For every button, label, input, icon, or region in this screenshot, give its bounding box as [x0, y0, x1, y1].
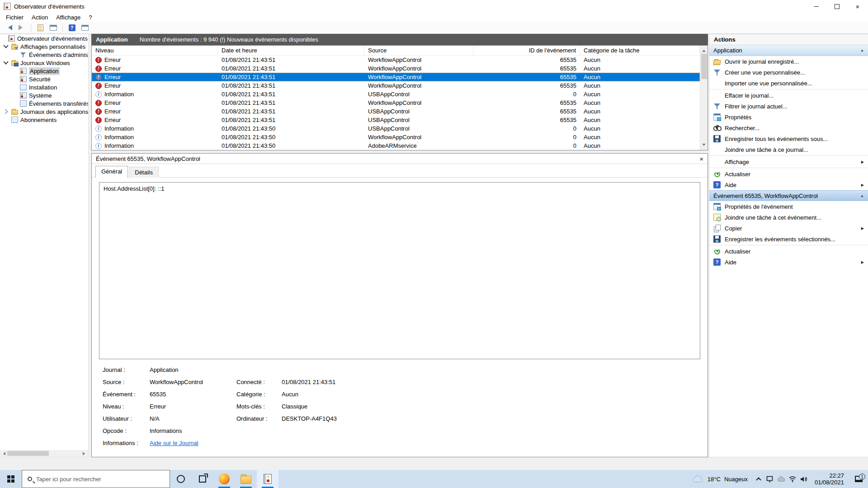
column-date[interactable]: Date et heure: [218, 46, 364, 56]
open-folder-icon: [713, 60, 721, 65]
search-input[interactable]: Taper ici pour rechercher: [22, 470, 170, 488]
column-categorie[interactable]: Catégorie de la tâche: [580, 46, 700, 56]
task-view-button[interactable]: [192, 470, 213, 488]
event-message-box[interactable]: Host.AddressList[0]: ::1: [99, 182, 700, 359]
event-row[interactable]: Information 01/08/2021 21:43:51 USBAppCo…: [92, 90, 700, 99]
scroll-down-icon[interactable]: [702, 144, 706, 148]
tree-item-evenements-transferes[interactable]: Événements transférés: [0, 99, 88, 108]
cast-button[interactable]: [766, 475, 774, 483]
event-row[interactable]: Information 01/08/2021 21:43:50 AdobeARM…: [92, 141, 700, 150]
collapse-chevron-icon[interactable]: [3, 44, 9, 49]
scroll-left-icon[interactable]: [1, 452, 5, 455]
minimize-button[interactable]: [806, 0, 826, 13]
tab-general[interactable]: Général: [95, 166, 128, 178]
event-row[interactable]: Erreur 01/08/2021 21:43:51 WorkflowAppCo…: [92, 99, 700, 107]
tab-details[interactable]: Détails: [129, 167, 159, 178]
cortana-icon: [177, 475, 185, 483]
scrollbar-thumb[interactable]: [7, 451, 49, 456]
forward-button[interactable]: [17, 23, 27, 32]
action-aide-evenement[interactable]: Aide ▶: [709, 257, 868, 267]
actions-section-event[interactable]: Événement 65535, WorkflowAppControl ▲: [709, 190, 868, 201]
action-actualiser[interactable]: Actualiser: [709, 169, 868, 179]
action-proprietes[interactable]: Propriétés: [709, 112, 868, 122]
action-ouvrir-journal[interactable]: Ouvrir le journal enregistré...: [709, 56, 868, 67]
event-row[interactable]: Erreur 01/08/2021 21:43:51 WorkflowAppCo…: [92, 56, 700, 64]
onedrive-button[interactable]: [777, 475, 785, 483]
action-enregistrer-selectionnes[interactable]: Enregistrer les événements sélectionnés.…: [709, 234, 868, 244]
column-niveau[interactable]: Niveau: [92, 46, 218, 56]
tree-item-abonnements[interactable]: Abonnements: [0, 116, 88, 124]
taskbar-event-viewer[interactable]: [257, 470, 278, 488]
event-row[interactable]: Information 01/08/2021 21:43:50 USBAppCo…: [92, 124, 700, 133]
taskbar-firefox[interactable]: [213, 470, 235, 488]
tree-horizontal-scrollbar[interactable]: [0, 450, 88, 457]
start-button[interactable]: [0, 470, 22, 488]
action-importer-vue[interactable]: Importer une vue personnalisée...: [709, 78, 868, 89]
event-row[interactable]: Erreur 01/08/2021 21:43:51 USBAppControl…: [92, 116, 700, 124]
action-copier[interactable]: Copier ▶: [709, 223, 868, 234]
action-joindre-tache-evenement[interactable]: Joindre une tâche à cet événement...: [709, 212, 868, 223]
column-id[interactable]: ID de l'événement: [473, 46, 580, 56]
collapse-arrow-icon[interactable]: ▲: [860, 194, 864, 198]
taskbar-explorer[interactable]: [235, 470, 257, 488]
action-proprietes-evenement[interactable]: Propriétés de l'événement: [709, 201, 868, 212]
action-effacer-journal[interactable]: Effacer le journal...: [709, 90, 868, 101]
collapse-chevron-icon[interactable]: [3, 61, 9, 65]
event-row[interactable]: Information 01/08/2021 21:43:50 Workflow…: [92, 133, 700, 141]
scroll-up-icon[interactable]: [702, 48, 706, 52]
export-button[interactable]: [35, 23, 45, 32]
tree-item-root[interactable]: Observateur d'événements (Loc: [0, 34, 88, 42]
tree-item-installation[interactable]: Installation: [0, 83, 88, 91]
taskbar-clock[interactable]: 22:27 01/08/2021: [811, 472, 848, 486]
scrollbar-thumb[interactable]: [701, 54, 707, 79]
tree-item-evenements-administration[interactable]: Événements d'administra: [0, 51, 88, 59]
tree-item-securite[interactable]: Sécurité: [0, 75, 88, 83]
menu-action[interactable]: Action: [28, 13, 52, 22]
tree-item-systeme[interactable]: Système: [0, 91, 88, 99]
action-actualiser-evenement[interactable]: Actualiser: [709, 246, 868, 257]
event-row-selected[interactable]: Erreur 01/08/2021 21:43:51 WorkflowAppCo…: [92, 73, 700, 81]
tray-chevron-button[interactable]: [755, 475, 763, 483]
event-row[interactable]: Erreur 01/08/2021 21:43:51 WorkflowAppCo…: [92, 64, 700, 73]
tree-item-application[interactable]: Application: [0, 67, 88, 75]
collapse-arrow-icon[interactable]: ▲: [860, 48, 864, 52]
cortana-button[interactable]: [170, 470, 192, 488]
preview-close-icon[interactable]: ×: [699, 155, 703, 162]
action-affichage[interactable]: Affichage ▶: [709, 156, 868, 167]
menu-aide[interactable]: ?: [85, 13, 96, 22]
action-filtrer-journal[interactable]: Filtrer le journal actuel...: [709, 101, 868, 112]
menu-fichier[interactable]: Fichier: [2, 13, 28, 22]
action-enregistrer-tous[interactable]: Enregistrer tous les événements sous...: [709, 133, 868, 144]
action-pane-button[interactable]: [80, 23, 90, 32]
weather-widget[interactable]: 18°C Nuageux: [692, 475, 751, 483]
close-button[interactable]: ×: [847, 0, 868, 13]
event-row[interactable]: Erreur 01/08/2021 21:43:51 WorkflowAppCo…: [92, 81, 700, 90]
network-button[interactable]: [788, 475, 797, 483]
log-icon: [20, 100, 27, 107]
folder-computer-icon: [11, 61, 18, 66]
action-center-button[interactable]: 1: [851, 476, 866, 482]
restore-button[interactable]: [826, 0, 847, 13]
actions-section-application[interactable]: Application ▲: [709, 45, 868, 56]
menu-affichage[interactable]: Affichage: [52, 13, 85, 22]
action-creer-vue[interactable]: Créer une vue personnalisée...: [709, 67, 868, 78]
column-source[interactable]: Source: [364, 46, 473, 56]
help-toolbar-button[interactable]: ?: [67, 23, 77, 32]
journal-help-link[interactable]: Aide sur le Journal: [150, 440, 198, 446]
field-label: [236, 366, 282, 373]
action-joindre-tache-journal[interactable]: Joindre une tâche à ce journal...: [709, 144, 868, 155]
action-rechercher[interactable]: Rechercher...: [709, 122, 868, 133]
tree-item-journaux-windows[interactable]: Journaux Windows: [0, 59, 88, 67]
back-button[interactable]: [4, 23, 14, 32]
list-vertical-scrollbar[interactable]: [700, 46, 708, 150]
field-value: [282, 366, 700, 373]
expand-chevron-icon[interactable]: [3, 109, 9, 114]
tree-item-journaux-applications[interactable]: Journaux des applications et: [0, 108, 88, 116]
tree-item-affichages-personnalises[interactable]: Affichages personnalisés: [0, 42, 88, 51]
console-tree-button[interactable]: [48, 23, 58, 32]
titlebar[interactable]: Observateur d'événements ×: [0, 0, 868, 13]
event-row[interactable]: Erreur 01/08/2021 21:43:51 USBAppControl…: [92, 107, 700, 116]
volume-button[interactable]: [800, 475, 808, 483]
action-aide[interactable]: Aide ▶: [709, 179, 868, 190]
scroll-right-icon[interactable]: [83, 452, 87, 455]
